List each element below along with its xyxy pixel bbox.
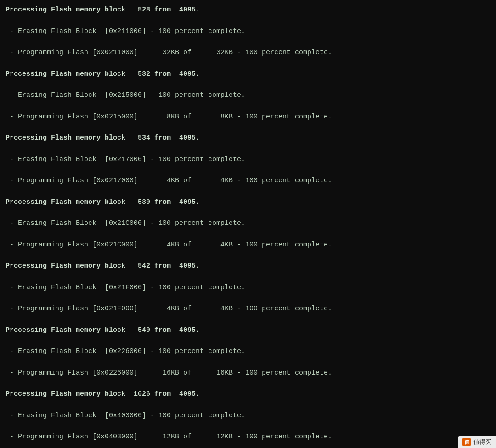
watermark-icon: 值: [462, 438, 471, 446]
terminal-line: Processing Flash memory block 532 from 4…: [6, 69, 490, 79]
terminal-line: Processing Flash memory block 528 from 4…: [6, 5, 490, 15]
terminal-line: - Programming Flash [0x0215000] 8KB of 8…: [6, 112, 490, 122]
terminal-line: Processing Flash memory block 542 from 4…: [6, 261, 490, 271]
terminal-output: Processing Flash memory block 528 from 4…: [0, 0, 496, 448]
terminal-line: - Erasing Flash Block [0x21C000] - 100 p…: [6, 218, 490, 229]
terminal-line: - Erasing Flash Block [0x217000] - 100 p…: [6, 154, 490, 165]
terminal-line: - Programming Flash [0x0211000] 32KB of …: [6, 47, 490, 58]
terminal-line: - Erasing Flash Block [0x211000] - 100 p…: [6, 26, 490, 37]
terminal-line: - Programming Flash [0x021C000] 4KB of 4…: [6, 240, 490, 250]
terminal-line: - Programming Flash [0x0403000] 12KB of …: [6, 431, 490, 442]
terminal-line: Processing Flash memory block 539 from 4…: [6, 197, 490, 207]
terminal-line: - Programming Flash [0x0217000] 4KB of 4…: [6, 175, 490, 186]
watermark-text: 值得买: [473, 438, 491, 446]
terminal-line: - Erasing Flash Block [0x403000] - 100 p…: [6, 410, 490, 421]
terminal-line: - Erasing Flash Block [0x21F000] - 100 p…: [6, 282, 490, 293]
terminal-line: - Programming Flash [0x0226000] 16KB of …: [6, 368, 490, 378]
terminal-line: Processing Flash memory block 549 from 4…: [6, 325, 490, 336]
watermark: 值 值得买: [458, 436, 496, 448]
terminal-line: - Erasing Flash Block [0x215000] - 100 p…: [6, 90, 490, 101]
terminal-line: Processing Flash memory block 534 from 4…: [6, 133, 490, 143]
terminal-line: Processing Flash memory block 1026 from …: [6, 389, 490, 399]
terminal-line: - Erasing Flash Block [0x226000] - 100 p…: [6, 346, 490, 357]
terminal-line: - Programming Flash [0x021F000] 4KB of 4…: [6, 303, 490, 314]
